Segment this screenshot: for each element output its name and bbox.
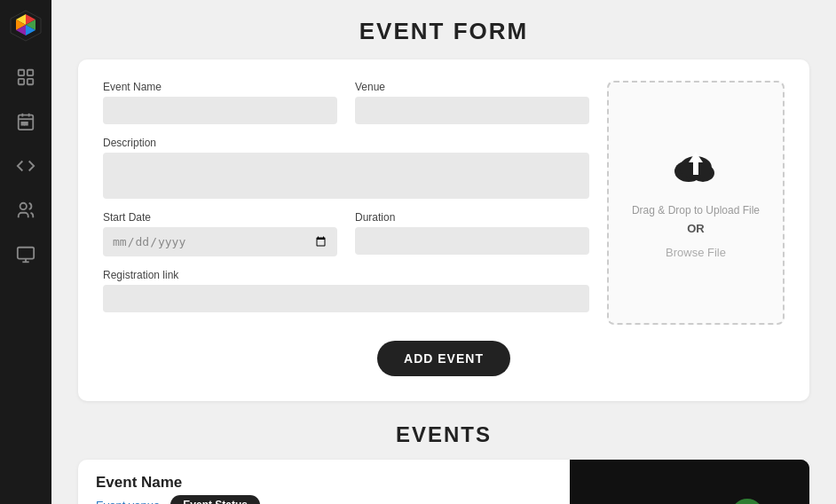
add-event-button[interactable]: ADD EVENT (377, 341, 510, 376)
event-card-venue-row: Event venue Event Status (96, 495, 552, 504)
event-card: Event Name Event venue Event Status Lore… (78, 460, 809, 504)
venue-label: Venue (355, 81, 589, 93)
form-group-description: Description (103, 137, 589, 199)
form-main-area: Event Name Venue Description (103, 81, 785, 325)
add-event-btn-wrap: ADD EVENT (103, 341, 785, 376)
svg-rect-11 (28, 79, 33, 84)
registration-label: Registration link (103, 269, 589, 281)
svg-rect-27 (570, 460, 809, 504)
form-title: EVENT FORM (78, 18, 809, 45)
sidebar-item-events[interactable] (7, 236, 44, 273)
events-title: EVENTS (78, 422, 809, 447)
start-date-input[interactable] (103, 227, 337, 256)
main-content: EVENT FORM Event Name Venue (51, 0, 836, 504)
browse-file-button[interactable]: Browse File (659, 242, 733, 263)
form-group-registration: Registration link (103, 269, 589, 312)
svg-rect-19 (18, 248, 34, 259)
event-status-badge: Event Status (170, 495, 260, 504)
event-form-card: Event Name Venue Description (78, 59, 809, 401)
sidebar-item-code[interactable] (7, 147, 44, 185)
drag-drop-text: Drag & Drop to Upload File (632, 204, 760, 217)
sidebar-item-calendar[interactable] (7, 103, 44, 140)
svg-rect-9 (28, 70, 33, 75)
form-fields: Event Name Venue Description (103, 81, 589, 325)
form-row-registration: Registration link (103, 269, 589, 312)
event-name-label: Event Name (103, 81, 337, 93)
team-icon (16, 201, 35, 220)
upload-box[interactable]: Drag & Drop to Upload File OR Browse Fil… (607, 81, 785, 325)
form-group-duration: Duration (355, 211, 589, 255)
event-card-name: Event Name (96, 474, 552, 492)
event-card-left: Event Name Event venue Event Status Lore… (78, 460, 570, 504)
form-group-venue: Venue (355, 81, 589, 124)
duration-input[interactable] (355, 227, 589, 255)
form-row-description: Description (103, 137, 589, 199)
start-date-label: Start Date (103, 211, 337, 224)
venue-input[interactable] (355, 97, 589, 124)
form-row-1: Event Name Venue (103, 81, 589, 124)
sidebar-item-team[interactable] (7, 192, 44, 229)
event-name-input[interactable] (103, 97, 337, 124)
form-group-event-name: Event Name (103, 81, 337, 124)
svg-rect-17 (25, 122, 28, 125)
event-card-image (570, 460, 809, 504)
presentation-icon (16, 245, 35, 264)
event-card-venue: Event venue (96, 499, 160, 505)
code-icon (16, 156, 35, 176)
registration-input[interactable] (103, 285, 589, 312)
duration-label: Duration (355, 211, 589, 224)
description-input[interactable] (103, 153, 589, 199)
calendar-icon (16, 112, 35, 131)
svg-rect-8 (19, 70, 24, 75)
app-logo (9, 9, 43, 43)
grid-icon (16, 67, 35, 87)
upload-icon (669, 143, 722, 195)
or-text: OR (687, 222, 705, 235)
svg-rect-16 (21, 122, 24, 125)
svg-point-18 (20, 203, 27, 209)
sidebar (0, 0, 51, 504)
form-group-start-date: Start Date (103, 211, 337, 256)
description-label: Description (103, 137, 589, 149)
svg-rect-10 (19, 79, 24, 84)
sidebar-item-dashboard[interactable] (7, 59, 44, 96)
form-row-dates: Start Date Duration (103, 211, 589, 256)
